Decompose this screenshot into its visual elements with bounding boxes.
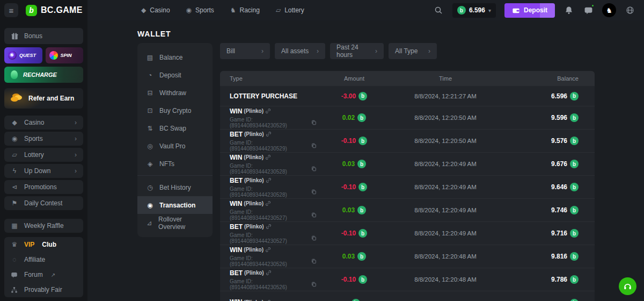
wallet-nav-balance[interactable]: ▤ Balance [137,48,213,66]
table-row: BET(Plinko) Game ID: (891440893444230526… [220,268,595,291]
copy-icon[interactable] [311,259,317,264]
user-avatar[interactable] [602,3,616,17]
nav-sports[interactable]: ◉ Sports [186,6,214,14]
wallet-nav-rollover-overview[interactable]: ⊿ Rollover Overview [137,214,213,232]
wallet-nav-nfts[interactable]: ◈ NFTs [137,155,213,173]
quest-button[interactable]: QUEST [4,47,42,63]
nav-label: Sports [195,6,214,14]
wallet-nav-bet-history[interactable]: ◷ Bet History [137,178,213,196]
chevron-right-icon: › [317,47,319,55]
sidebar-item-label: Daily Contest [24,199,62,207]
wallet-nav-label: Transaction [159,202,195,209]
sidebar-item-forum[interactable]: Forum ↗ [4,267,83,282]
sidebar-item-label: Casino [24,119,44,126]
lottery-icon: ▱ [276,6,281,14]
wallet-nav-label: Bet History [159,184,191,191]
bc-coin-icon [570,137,579,145]
tx-amount: 0.03 [342,160,355,168]
link-icon[interactable] [266,131,272,137]
link-icon[interactable] [266,224,272,230]
chat-icon[interactable] [583,5,594,16]
vault-icon: ◎ [146,142,154,150]
sidebar-item-vip-club[interactable]: ♛ VIP Club [4,237,83,252]
tx-amount: -0.10 [341,183,356,191]
sidebar-item-daily-contest[interactable]: ⚑ Daily Contest [4,196,83,210]
tx-time: 8/8/2024, 12:20:49 AM [414,184,477,190]
wallet-layout: ▤ Balance ◔ Deposit ⊟ Withdraw ⊡ Buy Cry… [137,43,644,301]
wallet-nav-transaction[interactable]: ◉ Transaction [137,196,213,214]
copy-icon[interactable] [311,120,317,125]
wallet-nav-label: BC Swap [159,125,186,132]
recharge-button[interactable]: RECHARGE [4,67,83,83]
filter-type[interactable]: All Type › [389,43,437,59]
deposit-button[interactable]: Deposit [504,3,555,18]
search-icon[interactable] [433,5,444,16]
link-icon[interactable] [265,247,271,253]
copy-icon[interactable] [311,235,317,241]
live-support-button[interactable] [619,277,636,295]
table-row: BET(Plinko) Game ID: (891440893444230527… [220,222,595,245]
copy-icon[interactable] [311,189,317,195]
filter-bill[interactable]: Bill › [220,43,270,59]
tx-amount: 0.02 [342,114,355,121]
chevron-down-icon: ▾ [488,8,491,13]
link-icon[interactable] [265,299,271,301]
table-row: BET(Plinko) Game ID: (891440893444230529… [220,130,595,153]
wallet-icon [512,6,520,15]
tx-type: WIN [230,154,242,161]
tx-balance: 9.746 [551,206,567,214]
link-icon[interactable] [266,270,272,276]
copy-icon[interactable] [311,212,317,218]
filter-label: Bill [226,47,235,55]
copy-icon[interactable] [311,282,317,287]
bc-coin-icon [357,252,366,261]
quest-label: QUEST [19,53,36,58]
top-header: ≡ BC.GAME ◆ Casino ◉ Sports ♞ Racing ▱ [0,0,644,20]
external-link-icon: ↗ [51,272,55,278]
sidebar-item-affiliate[interactable]: ◌ Affiliate [4,252,83,267]
nav-casino[interactable]: ◆ Casino [141,6,170,14]
refer-and-earn-button[interactable]: Refer and Earn [4,88,83,109]
sidebar-item-promotions[interactable]: ⊲ Promotions [4,180,83,194]
sidebar-menu: ◆ Casino › ◉ Sports › ▱ Lottery › ϟ Up D… [4,116,83,233]
filter-assets[interactable]: All assets › [275,43,325,59]
sidebar-item-weekly-raffle[interactable]: ▦ Weekly Raffle [4,219,83,233]
wallet-nav-bc-swap[interactable]: ⇅ BC Swap [137,119,213,137]
language-globe-icon[interactable] [625,5,635,16]
copy-icon[interactable] [311,143,317,148]
tx-balance: 9.676 [551,160,567,168]
sidebar-item-sports[interactable]: ◉ Sports › [4,132,83,146]
clock-icon: ◷ [146,184,154,191]
wallet-nav-buy-crypto[interactable]: ⊡ Buy Crypto [137,102,213,119]
sidebar-item-label: Forum [24,271,43,278]
main-content: WALLET ▤ Balance ◔ Deposit ⊟ Withdraw ⊡ [87,20,644,301]
spin-label: SPIN [61,53,72,58]
brand-logo[interactable]: BC.GAME [26,5,83,16]
app-root: ≡ BC.GAME ◆ Casino ◉ Sports ♞ Racing ▱ [0,0,644,301]
nav-racing[interactable]: ♞ Racing [230,6,260,14]
spin-button[interactable]: SPIN [46,47,84,63]
sidebar-item-updown[interactable]: ϟ Up Down › [4,164,83,178]
tx-type: BET [230,131,243,138]
wallet-nav-vault-pro[interactable]: ◎ Vault Pro [137,137,213,155]
balance-selector[interactable]: 6.596 ▾ [452,3,496,18]
wallet-nav-deposit[interactable]: ◔ Deposit [137,66,213,84]
gold-coins-icon [10,95,23,103]
bonus-button[interactable]: Bonus [4,28,83,44]
tx-time: 8/8/2024, 12:20:50 AM [414,114,477,121]
notifications-bell-icon[interactable] [564,5,574,16]
sidebar-item-provably-fair[interactable]: Provably Fair [4,282,83,297]
hamburger-menu-button[interactable]: ≡ [4,3,18,17]
link-icon[interactable] [265,154,271,160]
filter-timerange[interactable]: Past 24 hours › [330,43,384,59]
nav-lottery[interactable]: ▱ Lottery [276,6,304,14]
link-icon[interactable] [266,177,272,183]
sidebar-item-casino[interactable]: ◆ Casino › [4,116,83,130]
wallet-nav-withdraw[interactable]: ⊟ Withdraw [137,84,213,102]
link-icon[interactable] [265,108,271,114]
tx-balance: 6.596 [551,92,567,100]
link-icon[interactable] [265,200,271,206]
tx-game-id: Game ID: (891440893444230526) [230,255,309,267]
copy-icon[interactable] [311,166,317,171]
sidebar-item-lottery[interactable]: ▱ Lottery › [4,148,83,162]
